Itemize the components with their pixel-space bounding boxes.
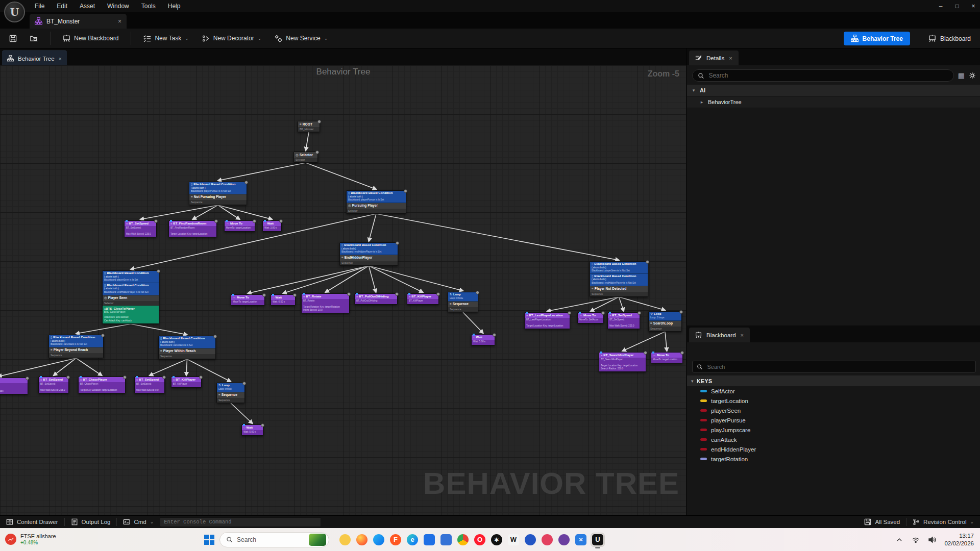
bt-node-wait2[interactable]: ◌WaitWait: 0.50 s bbox=[271, 294, 296, 306]
wifi-icon[interactable] bbox=[912, 536, 920, 544]
details-search-input[interactable] bbox=[707, 71, 948, 80]
taskbar-icon-x-app[interactable]: × bbox=[574, 533, 587, 546]
blackboard-key-playJumpscare[interactable]: playJumpscare bbox=[687, 425, 980, 435]
bt-node-endHidden[interactable]: ▯Blackboard Based Condition( aborts both… bbox=[339, 242, 398, 266]
taskbar-search[interactable]: Search bbox=[219, 532, 329, 547]
details-row-behaviortree[interactable]: ▸BehaviorTree bbox=[687, 96, 980, 108]
close-icon[interactable]: × bbox=[59, 56, 62, 62]
menu-file[interactable]: File bbox=[30, 1, 50, 11]
bt-node-loopSearch[interactable]: ↻LoopLoop: 3 loops≡SearchLoopSequence bbox=[648, 311, 682, 332]
blackboard-key-targetLocation[interactable]: targetLocation bbox=[687, 396, 980, 406]
bt-node-playerSeen[interactable]: ▯Blackboard Based Condition( aborts both… bbox=[102, 270, 159, 324]
behavior-tree-canvas[interactable]: Behavior Tree Zoom -5 BEHAVIOR TREE ≡ROO… bbox=[0, 65, 687, 515]
bt-node-notDetected[interactable]: ▯Blackboard Based Condition( aborts both… bbox=[590, 261, 648, 297]
start-button[interactable] bbox=[204, 535, 214, 545]
bt-node-killPlayer1[interactable]: »BT_KillPlayerBT_KillPlayer bbox=[407, 293, 439, 305]
details-search[interactable] bbox=[692, 69, 954, 82]
bt-node-pursuing[interactable]: ▯Blackboard Based Condition( aborts both… bbox=[346, 190, 406, 214]
bt-node-selector[interactable]: ◎SelectorSelector bbox=[293, 152, 318, 163]
bt-node-moveTo1[interactable]: →Move ToMoveTo: targetLocation bbox=[224, 220, 255, 232]
taskbar-icon-messenger[interactable] bbox=[372, 533, 385, 546]
speaker-icon[interactable] bbox=[928, 536, 936, 544]
tray-chevron-up-icon[interactable] bbox=[895, 536, 903, 544]
revision-control-button[interactable]: Revision Control ⌄ bbox=[906, 516, 980, 528]
bt-node-wait1[interactable]: ◌WaitWait: 3.00 s bbox=[262, 220, 282, 232]
taskbar-icon-prime[interactable] bbox=[557, 533, 571, 546]
taskbar-icon-photos[interactable] bbox=[541, 533, 554, 546]
taskbar-icon-chrome[interactable] bbox=[456, 533, 470, 546]
close-icon[interactable]: × bbox=[741, 332, 744, 338]
all-saved-button[interactable]: All Saved bbox=[858, 516, 906, 528]
blackboard-key-endHiddenPlayer[interactable]: endHiddenPlayer bbox=[687, 444, 980, 454]
close-icon[interactable]: × bbox=[729, 55, 732, 61]
taskbar-icon-opera[interactable]: O bbox=[473, 533, 486, 546]
bt-node-searchForPlayer[interactable]: »BT_SearchForPlayerBT_SearchForPlayer:Ta… bbox=[599, 352, 646, 372]
bt-node-findRandomRoom[interactable]: »BT_FindRandomRoomBT_FindRandomRoom:Targ… bbox=[168, 220, 217, 237]
bt-node-loopLeft[interactable]: ↻LoopLoop: Infinite≡SequenceSequence bbox=[216, 383, 245, 403]
bt-node-setspeed2[interactable]: »BT_SetSpeedBT_SetSpeed:Max Walk Speed: … bbox=[607, 312, 640, 329]
taskbar-icon-microsoft-store[interactable] bbox=[423, 533, 436, 546]
blackboard-tab[interactable]: Blackboard × bbox=[689, 328, 750, 342]
new-service-button[interactable]: New Service ⌄ bbox=[271, 32, 332, 45]
bt-node-killPlayer2[interactable]: »BT_KillPlayerBT_KillPlayer bbox=[171, 377, 202, 388]
taskbar-icon-chatgpt[interactable]: ∗ bbox=[490, 533, 503, 546]
bt-node-setspeed3[interactable]: »BT_SetSpeedBT_SetSpeed:Max Walk Speed: … bbox=[38, 377, 69, 393]
view-options-icon[interactable]: ▦ bbox=[958, 71, 965, 80]
blackboard-key-canAttack[interactable]: canAttack bbox=[687, 435, 980, 444]
bt-node-withinReach[interactable]: ▯Blackboard Based Condition( aborts both… bbox=[158, 336, 216, 359]
stock-widget[interactable]: FTSE allshare +0.48% bbox=[0, 533, 97, 545]
content-drawer-button[interactable]: Content Drawer bbox=[0, 516, 64, 528]
bt-node-moveTo3[interactable]: →Move ToMoveTo: SelfActor bbox=[577, 312, 604, 323]
taskbar-icon-paramount[interactable] bbox=[524, 533, 537, 546]
menu-help[interactable]: Help bbox=[163, 1, 186, 11]
output-log-button[interactable]: Output Log bbox=[65, 516, 117, 528]
bt-node-setspeed4[interactable]: »BT_SetSpeedBT_SetSpeed:Max Walk Speed: … bbox=[134, 377, 165, 393]
bt-node-wait3[interactable]: ◌WaitWait: 5.00 s bbox=[471, 334, 495, 345]
taskbar-icon-edge[interactable]: e bbox=[406, 533, 419, 546]
new-decorator-button[interactable]: New Decorator ⌄ bbox=[198, 32, 266, 45]
keys-section-header[interactable]: ▾ KEYS bbox=[687, 375, 980, 386]
close-icon[interactable]: × bbox=[118, 18, 121, 25]
bt-node-notPursuing[interactable]: ▯Blackboard Based Condition( aborts both… bbox=[189, 182, 247, 205]
taskbar-icon-calculator[interactable] bbox=[439, 533, 453, 546]
taskbar-icon-file-explorer[interactable] bbox=[338, 533, 352, 546]
save-button[interactable] bbox=[5, 32, 21, 45]
bt-node-lastPlayerLoc[interactable]: »BT_LastPlayerLocationBT_LastPlayerLocat… bbox=[524, 312, 570, 329]
minimize-button[interactable]: – bbox=[937, 3, 944, 10]
bt-node-rotate[interactable]: »BT_RotateBT_Rotate:Target Rotation Key:… bbox=[301, 293, 350, 313]
bt-node-loopMid[interactable]: ↻LoopLoop: Infinite≡SequenceSequence bbox=[448, 292, 478, 312]
bt-node-wait4[interactable]: ◌WaitWait: 5.00 s bbox=[241, 424, 263, 436]
details-row-ai[interactable]: ▾AI bbox=[687, 85, 980, 96]
behavior-tree-mode-button[interactable]: Behavior Tree bbox=[844, 32, 910, 45]
taskbar-icon-unreal-engine[interactable]: U bbox=[591, 533, 604, 546]
blackboard-search[interactable] bbox=[692, 361, 976, 372]
new-task-button[interactable]: New Task ⌄ bbox=[139, 32, 192, 45]
bt-node-moveTo4[interactable]: →Move ToMoveTo: targetLocation bbox=[651, 352, 683, 363]
asset-tab-bt-monster[interactable]: BT_Monster × bbox=[30, 14, 127, 29]
console-command-input[interactable] bbox=[160, 517, 321, 527]
close-button[interactable]: × bbox=[970, 3, 977, 10]
details-tab[interactable]: Details × bbox=[689, 51, 739, 65]
taskbar-clock[interactable]: 13:17 02/02/2026 bbox=[944, 532, 974, 547]
menu-asset[interactable]: Asset bbox=[75, 1, 100, 11]
new-blackboard-button[interactable]: New Blackboard bbox=[59, 32, 122, 45]
blackboard-key-SelfActor[interactable]: SelfActor bbox=[687, 386, 980, 396]
browse-asset-button[interactable] bbox=[26, 32, 42, 45]
blackboard-key-targetRotation[interactable]: targetRotation bbox=[687, 454, 980, 464]
bt-node-jumpscare[interactable]: »BT_JumpscareBT_Jumpscare:Jumpscare Key:… bbox=[0, 378, 28, 394]
blackboard-key-playerPursue[interactable]: playerPursue bbox=[687, 415, 980, 425]
blackboard-search-input[interactable] bbox=[706, 363, 972, 370]
maximize-button[interactable]: □ bbox=[953, 3, 961, 10]
bt-node-setspeed1[interactable]: »BT_SetSpeedBT_SetSpeed:Max Walk Speed: … bbox=[124, 220, 157, 237]
bt-node-pullOut[interactable]: »BT_PullOutOfHidingBT_PullOutOfHiding bbox=[354, 293, 398, 305]
menu-tools[interactable]: Tools bbox=[136, 1, 161, 11]
bt-node-root[interactable]: ≡ROOTBB_Monster bbox=[298, 121, 320, 132]
taskbar-icon-ftse-app[interactable]: F bbox=[389, 533, 402, 546]
gear-icon[interactable] bbox=[969, 72, 976, 79]
taskbar-icon-wikipedia[interactable]: W bbox=[507, 533, 520, 546]
taskbar-icon-firefox[interactable] bbox=[355, 533, 369, 546]
bt-node-chasePlayer[interactable]: »BT_ChasePlayerBT_ChasePlayer:Target Key… bbox=[78, 377, 126, 393]
graph-tab-behavior-tree[interactable]: Behavior Tree × bbox=[2, 51, 67, 66]
bt-node-moveTo2[interactable]: →Move ToMoveTo: targetLocation bbox=[231, 294, 265, 306]
blackboard-key-playerSeen[interactable]: playerSeen bbox=[687, 406, 980, 415]
